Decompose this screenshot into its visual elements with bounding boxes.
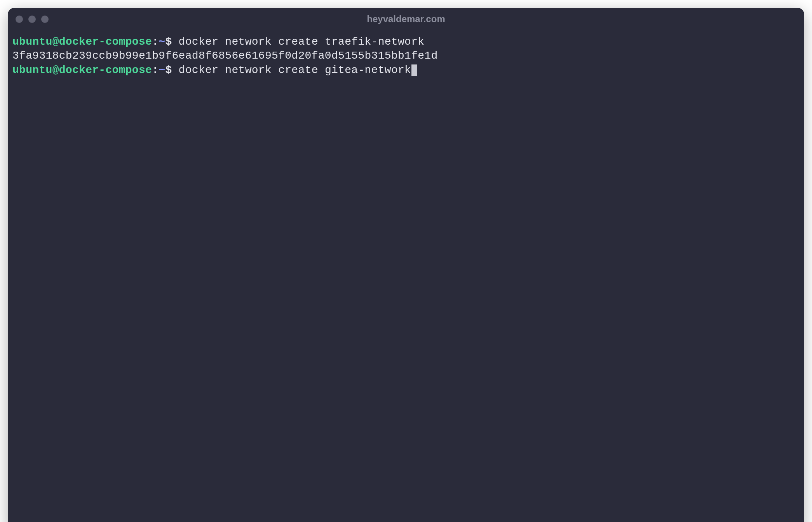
cursor-icon (411, 64, 417, 76)
prompt-colon: : (152, 63, 159, 77)
prompt-user: ubuntu@docker-compose (12, 63, 152, 77)
prompt-colon: : (152, 35, 159, 49)
prompt-path: ~ (159, 63, 165, 77)
terminal-line: ubuntu@docker-compose:~$ docker network … (12, 35, 800, 49)
close-icon[interactable] (16, 16, 23, 23)
prompt-user: ubuntu@docker-compose (12, 35, 152, 49)
maximize-icon[interactable] (41, 16, 49, 23)
window-title: heyvaldemar.com (367, 14, 445, 24)
title-bar: heyvaldemar.com (8, 8, 804, 30)
traffic-lights (16, 16, 49, 23)
output-text: 3fa9318cb239ccb9b99e1b9f6ead8f6856e61695… (12, 49, 438, 63)
terminal-body[interactable]: ubuntu@docker-compose:~$ docker network … (8, 30, 804, 522)
prompt-path: ~ (159, 35, 165, 49)
terminal-line: 3fa9318cb239ccb9b99e1b9f6ead8f6856e61695… (12, 49, 800, 63)
command-text: docker network create gitea-network (172, 63, 411, 77)
command-text: docker network create traefik-network (172, 35, 425, 49)
prompt-symbol: $ (165, 35, 172, 49)
minimize-icon[interactable] (28, 16, 36, 23)
prompt-symbol: $ (165, 63, 172, 77)
terminal-window: heyvaldemar.com ubuntu@docker-compose:~$… (8, 8, 804, 522)
terminal-line: ubuntu@docker-compose:~$ docker network … (12, 63, 800, 77)
